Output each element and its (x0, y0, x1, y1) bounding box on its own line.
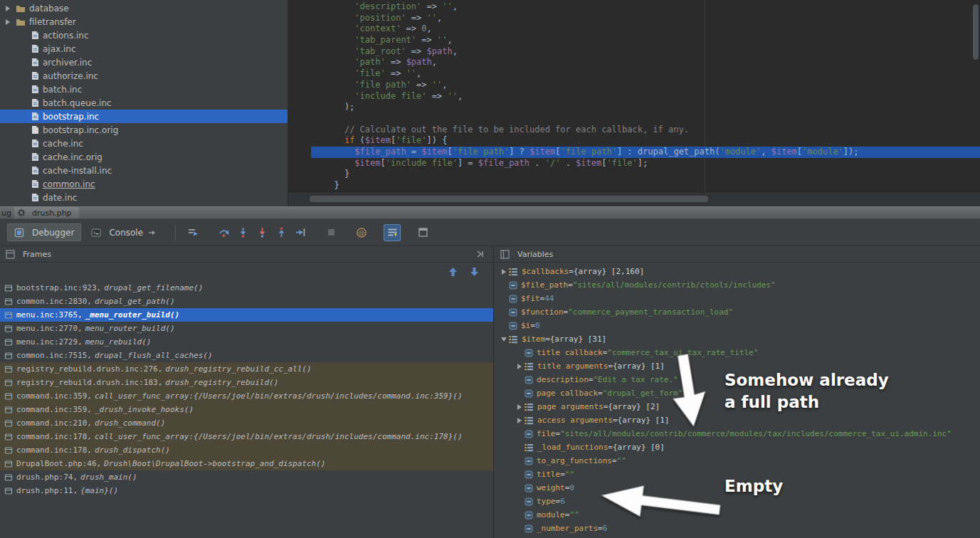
expand-arrow-icon[interactable] (4, 6, 16, 11)
frame-row[interactable]: command.inc:359,_drush_invoke_hooks() (0, 403, 493, 416)
frames-list: bootstrap.inc:923,drupal_get_filename()c… (0, 281, 493, 497)
frame-row[interactable]: registry_rebuild.drush.inc:276,drush_reg… (0, 362, 493, 376)
variable-row-_load_functions[interactable]: _load_functions = {array} [0] (495, 441, 980, 454)
variable-value: "" (617, 456, 626, 465)
expander[interactable] (499, 337, 509, 342)
frame-row[interactable]: command.inc:178,call_user_func_array:{/U… (0, 430, 493, 443)
variable-row-$i[interactable]: $i = 0 (495, 319, 980, 332)
frame-row[interactable]: common.inc:7515,drupal_flush_all_caches(… (0, 349, 493, 362)
expand-arrow-icon[interactable] (517, 418, 522, 423)
array-icon (509, 268, 518, 276)
show-execution-point-icon[interactable] (184, 224, 201, 241)
variable-row-access-arguments[interactable]: access arguments = {array} [1] (495, 413, 980, 427)
frame-row[interactable]: registry_rebuild.drush.inc:183,drush_reg… (0, 376, 493, 389)
code-area[interactable]: 'description' => '', 'position' => '', '… (311, 0, 980, 194)
variable-row-to_arg_functions[interactable]: to_arg_functions = "" (495, 454, 980, 468)
editor-vertical-scrollbar[interactable] (971, 0, 980, 192)
tree-item-bootstrap.inc[interactable]: bootstrap.inc (0, 110, 288, 123)
frame-row[interactable]: command.inc:178,drush_dispatch() (0, 443, 493, 457)
variable-value: "sites/all/modules/contrib/ctools/includ… (573, 280, 776, 290)
frame-function: drush_main() (80, 473, 137, 482)
expander[interactable] (515, 364, 525, 369)
variable-row-$item[interactable]: $item = {array} [31] (495, 332, 980, 346)
force-step-into-icon[interactable] (253, 224, 270, 241)
frame-row[interactable]: drush.php:11,{main}() (0, 484, 493, 497)
inc-file-icon (31, 179, 39, 189)
tree-item-batch.inc[interactable]: batch.inc (0, 83, 288, 96)
variable-value: "commerce_payment_transaction_load" (568, 307, 733, 317)
tab-debugger[interactable]: Debugger (7, 223, 81, 241)
variable-row-$file_path[interactable]: $file_path = "sites/all/modules/contrib/… (495, 278, 980, 292)
step-out-icon[interactable] (273, 224, 290, 241)
editor-horizontal-scrollbar-thumb[interactable] (310, 196, 708, 202)
tree-item-cache-install.inc[interactable]: cache-install.inc (0, 164, 288, 177)
debug-session-tab-label: drush.php (32, 209, 72, 218)
variable-row-title-callback[interactable]: title callback = "commerce_tax_ui_tax_ra… (495, 346, 980, 359)
expand-arrow-icon[interactable] (517, 404, 522, 410)
primitive-icon (525, 349, 533, 357)
tree-item-filetransfer[interactable]: filetransfer (0, 15, 288, 28)
expand-arrow-icon[interactable] (6, 6, 10, 11)
collapse-arrow-icon[interactable] (501, 337, 507, 342)
show-values-inline-icon[interactable] (384, 224, 401, 241)
inc-file-icon (31, 85, 39, 94)
frame-row[interactable]: bootstrap.inc:923,drupal_get_filename() (0, 281, 493, 295)
tree-item-authorize.inc[interactable]: authorize.inc (0, 69, 288, 83)
tree-item-common.inc[interactable]: common.inc (0, 177, 288, 191)
tree-item-batch.queue.inc[interactable]: batch.queue.inc (0, 96, 288, 110)
variable-row-_number_parts[interactable]: _number_parts = 6 (495, 522, 980, 535)
tree-item-cache.inc.orig[interactable]: cache.inc.orig (0, 150, 288, 164)
variable-row-$fit[interactable]: $fit = 44 (495, 292, 980, 305)
expand-arrow-icon[interactable] (4, 19, 16, 25)
expand-arrow-icon[interactable] (502, 269, 506, 275)
previous-frame-button[interactable] (446, 265, 459, 278)
expander[interactable] (499, 269, 509, 275)
frame-row[interactable]: menu.inc:3765,_menu_router_build() (0, 308, 493, 322)
jump-to-output-icon (147, 228, 156, 237)
variable-row-module[interactable]: module = "" (495, 508, 980, 522)
tree-item-ajax.inc[interactable]: ajax.inc (0, 42, 288, 56)
equals-sign: = (556, 497, 561, 506)
editor-horizontal-scrollbar[interactable] (288, 191, 980, 206)
expand-arrow-icon[interactable] (6, 19, 10, 25)
tree-item-database[interactable]: database (0, 1, 288, 15)
expand-arrow-icon[interactable] (517, 364, 522, 369)
editor-vertical-scrollbar-thumb[interactable] (973, 4, 979, 60)
stop-icon[interactable] (322, 224, 339, 241)
editor-panel[interactable]: 'description' => '', 'position' => '', '… (288, 0, 980, 206)
variable-row-$function[interactable]: $function = "commerce_payment_transactio… (495, 305, 980, 319)
next-frame-button[interactable] (468, 265, 480, 278)
step-into-icon[interactable] (234, 224, 251, 241)
frame-function: _menu_router_build() (85, 310, 179, 320)
step-over-icon[interactable] (215, 224, 232, 241)
debugger-tab-icon (14, 228, 24, 238)
tree-item-archiver.inc[interactable]: archiver.inc (0, 56, 288, 69)
frame-row[interactable]: DrupalBoot.php:46,Drush\Boot\DrupalBoot-… (0, 457, 493, 470)
variable-row-$callbacks[interactable]: $callbacks = {array} [2,160] (495, 265, 980, 278)
frame-row[interactable]: command.inc:359,call_user_func_array:{/U… (0, 389, 493, 403)
frame-row[interactable]: command.inc:210,drush_command() (0, 416, 493, 430)
frame-row[interactable]: menu.inc:2770,menu_router_build() (0, 322, 493, 335)
equals-sign: = (608, 362, 613, 371)
tree-item-cache.inc[interactable]: cache.inc (0, 137, 288, 150)
run-to-cursor-icon[interactable] (292, 224, 309, 241)
hide-panel-icon[interactable] (475, 250, 484, 258)
variable-row-file[interactable]: file = "sites/all/modules/contrib/commer… (495, 427, 980, 441)
restore-layout-icon[interactable] (414, 224, 431, 241)
frame-row[interactable]: common.inc:2830,drupal_get_path() (0, 295, 493, 308)
evaluate-expression-icon[interactable]: @ (353, 224, 370, 241)
expander[interactable] (515, 404, 525, 410)
variable-value: {array} [2] (608, 402, 660, 411)
tree-item-bootstrap.inc.orig[interactable]: bootstrap.inc.orig (0, 123, 288, 137)
debug-session-tab[interactable]: drush.php (14, 207, 79, 218)
expander[interactable] (515, 418, 525, 423)
frame-row[interactable]: menu.inc:2729,menu_rebuild() (0, 335, 493, 349)
frame-location: command.inc:178, (16, 432, 92, 441)
code-line: 'tab_parent' => '', (311, 35, 980, 46)
tree-item-actions.inc[interactable]: actions.inc (0, 28, 288, 42)
frame-location: menu.inc:2729, (16, 337, 83, 347)
frame-row[interactable]: drush.php:74,drush_main() (0, 470, 493, 484)
tab-console[interactable]: Console (84, 223, 167, 241)
frames-panel-header: Frames (0, 246, 493, 263)
tree-item-date.inc[interactable]: date.inc (0, 191, 288, 204)
